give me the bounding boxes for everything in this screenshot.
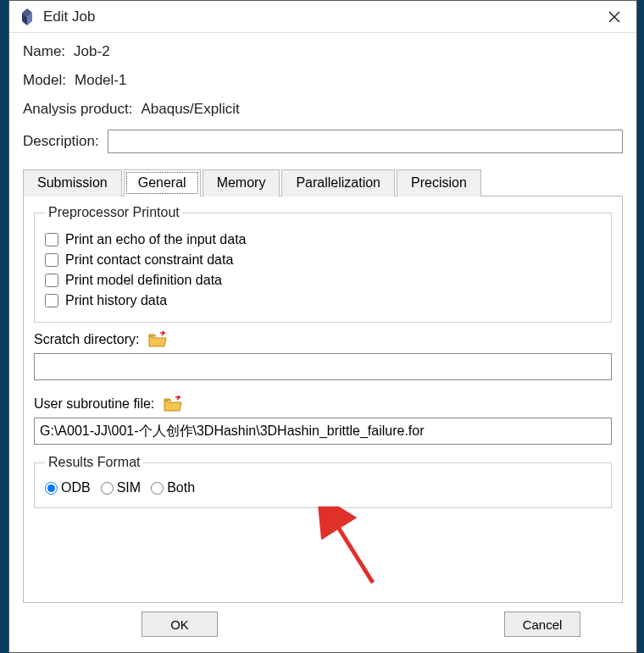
radio-both[interactable]: Both	[151, 480, 195, 495]
check-echo[interactable]: Print an echo of the input data	[45, 232, 601, 247]
tab-parallelization[interactable]: Parallelization	[281, 169, 395, 196]
radio-sim-label: SIM	[117, 480, 141, 495]
dialog-content: Name: Job-2 Model: Model-1 Analysis prod…	[9, 33, 636, 652]
radio-both-input[interactable]	[151, 482, 164, 495]
tab-memory[interactable]: Memory	[203, 169, 280, 196]
check-modeldef[interactable]: Print model definition data	[45, 273, 601, 288]
close-icon	[608, 11, 620, 23]
check-history-box[interactable]	[45, 294, 58, 307]
check-modeldef-box[interactable]	[45, 274, 58, 287]
cancel-button[interactable]: Cancel	[504, 611, 580, 637]
check-contact[interactable]: Print contact constraint data	[45, 252, 601, 268]
name-label: Name:	[23, 43, 65, 60]
check-contact-box[interactable]	[45, 253, 58, 267]
scratch-browse-button[interactable]	[147, 331, 168, 348]
radio-odb-label: ODB	[61, 480, 91, 495]
app-icon	[18, 8, 36, 26]
folder-open-icon	[147, 331, 168, 348]
model-label: Model:	[23, 72, 66, 89]
scratch-label-row: Scratch directory:	[34, 331, 612, 348]
scratch-label: Scratch directory:	[34, 332, 139, 347]
tab-precision[interactable]: Precision	[397, 169, 481, 196]
window-title: Edit Job	[43, 8, 597, 25]
analysis-label: Analysis product:	[23, 101, 132, 118]
description-row: Description:	[23, 130, 623, 153]
folder-open-icon	[163, 396, 183, 412]
check-contact-label: Print contact constraint data	[65, 252, 233, 268]
tab-general[interactable]: General	[124, 169, 201, 196]
analysis-value: Abaqus/Explicit	[141, 101, 239, 118]
tab-general-body: Preprocessor Printout Print an echo of t…	[23, 196, 623, 603]
description-label: Description:	[23, 133, 99, 150]
subroutine-browse-button[interactable]	[163, 396, 183, 412]
ok-button[interactable]: OK	[142, 611, 218, 637]
tab-strip: Submission General Memory Parallelizatio…	[23, 169, 623, 196]
check-echo-box[interactable]	[45, 233, 58, 246]
name-row: Name: Job-2	[23, 43, 623, 60]
radio-both-label: Both	[167, 480, 195, 495]
radio-odb[interactable]: ODB	[45, 480, 91, 495]
radio-sim-input[interactable]	[101, 482, 114, 495]
tab-submission[interactable]: Submission	[23, 169, 122, 196]
preprocessor-legend: Preprocessor Printout	[45, 205, 183, 220]
preprocessor-group: Preprocessor Printout Print an echo of t…	[34, 205, 612, 323]
model-row: Model: Model-1	[23, 72, 623, 89]
edit-job-dialog: Edit Job Name: Job-2 Model: Model-1 Anal…	[8, 0, 637, 653]
subroutine-input[interactable]	[34, 418, 612, 445]
results-legend: Results Format	[45, 455, 143, 470]
close-button[interactable]	[597, 4, 631, 30]
check-history-label: Print history data	[65, 293, 167, 308]
check-modeldef-label: Print model definition data	[65, 273, 222, 288]
results-group: Results Format ODB SIM Both	[34, 455, 612, 508]
name-value: Job-2	[74, 43, 110, 60]
check-history[interactable]: Print history data	[45, 293, 601, 308]
radio-odb-input[interactable]	[45, 482, 58, 495]
analysis-row: Analysis product: Abaqus/Explicit	[23, 101, 623, 118]
results-radio-row: ODB SIM Both	[45, 477, 601, 499]
subroutine-label: User subroutine file:	[34, 396, 154, 412]
model-value: Model-1	[75, 72, 126, 89]
radio-sim[interactable]: SIM	[101, 480, 141, 495]
subroutine-label-row: User subroutine file:	[34, 396, 612, 412]
scratch-input[interactable]	[34, 353, 612, 380]
check-echo-label: Print an echo of the input data	[65, 232, 246, 247]
button-row: OK Cancel	[23, 603, 623, 649]
titlebar: Edit Job	[9, 1, 636, 33]
description-input[interactable]	[108, 130, 623, 153]
